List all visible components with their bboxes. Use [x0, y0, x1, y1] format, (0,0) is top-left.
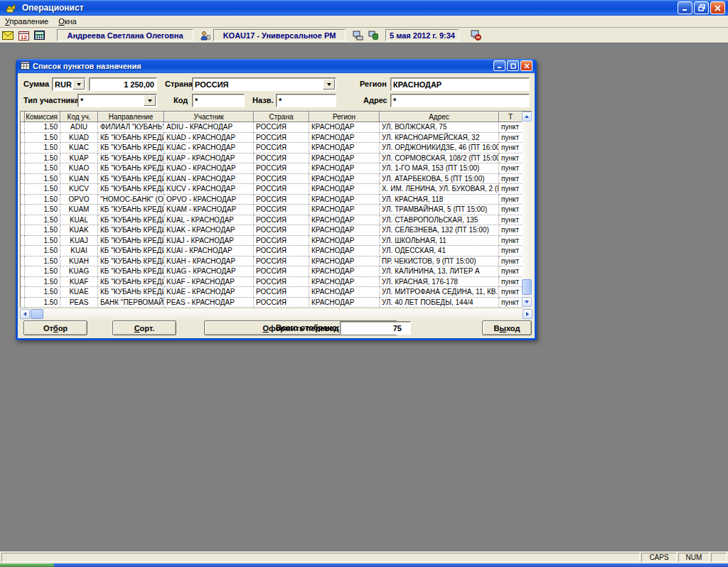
address-filter-input[interactable]: * — [390, 94, 530, 107]
participant-type-select[interactable]: * — [77, 94, 157, 107]
taskbar[interactable] — [0, 563, 728, 567]
table-cell: 1.50 — [25, 205, 60, 215]
table-cell: KUAJ - КРАСНОДАР — [164, 236, 254, 247]
table-cell: УЛ. МИТРОФАНА СЕДИНА, 11, КВ. 36 (В — [380, 287, 499, 298]
menu-management[interactable]: Управление — [0, 16, 53, 26]
table-row[interactable]: 1.50KUAJКБ "КУБАНЬ КРЕДИKUAJ - КРАСНОДАР… — [21, 236, 532, 247]
app-icon — [4, 2, 17, 14]
dialog-client-area: Сумма RUR 1 250,00 Страна РОССИЯ Регион … — [18, 73, 535, 338]
num-indicator: NUM — [678, 553, 710, 562]
table-row[interactable]: 1.50KUADКБ "КУБАНЬ КРЕДИKUAD - КРАСНОДАР… — [21, 133, 532, 144]
status-end-pane — [711, 553, 727, 562]
table-row[interactable]: 1.50KUAOКБ "КУБАНЬ КРЕДИKUAO - КРАСНОДАР… — [21, 163, 532, 174]
table-cell: КБ "КУБАНЬ КРЕДИ — [98, 174, 164, 185]
table-row[interactable]: 1.50PEASБАНК "ПЕРВОМАЙСPEAS - КРАСНОДАРР… — [21, 298, 532, 308]
table-row[interactable]: 1.50OPVO"НОМОС-БАНК" (ОАОOPVO - КРАСНОДА… — [21, 195, 532, 205]
table-cell: KUAO - КРАСНОДАР — [164, 163, 254, 174]
calculator-icon[interactable] — [33, 30, 46, 41]
table-row[interactable]: 1.50KUALКБ "КУБАНЬ КРЕДИKUAL - КРАСНОДАР… — [21, 215, 532, 226]
restore-button[interactable] — [694, 1, 709, 14]
window-titlebar[interactable]: Операционист — [0, 0, 728, 16]
session-icon[interactable] — [351, 30, 364, 41]
code-input[interactable]: * — [192, 94, 245, 107]
table-row[interactable]: 1.50KUAHКБ "КУБАНЬ КРЕДИKUAH - КРАСНОДАР… — [21, 256, 532, 267]
total-selected-label: Всего отобрано: — [276, 323, 339, 332]
currency-select[interactable]: RUR — [52, 77, 86, 91]
table-cell: KUAK — [60, 225, 98, 236]
dialog-minimize-button[interactable] — [493, 60, 505, 71]
menu-windows[interactable]: Окна — [53, 16, 82, 26]
name-label: Назв. — [252, 96, 273, 104]
dialog-close-button[interactable] — [520, 60, 532, 71]
vertical-scrollbar[interactable] — [522, 112, 532, 307]
table-cell: KUAP - КРАСНОДАР — [164, 153, 254, 164]
column-header[interactable]: Регион — [309, 112, 380, 122]
table-cell: РОССИЯ — [254, 163, 309, 174]
table-cell: УЛ. КРАСНОАРМЕЙСКАЯ, 32 — [380, 133, 499, 144]
scroll-left-icon[interactable] — [20, 309, 30, 319]
table-row[interactable]: 1.50KUAMКБ "КУБАНЬ КРЕДИKUAM - КРАСНОДАР… — [21, 205, 532, 215]
table-cell: КРАСНОДАР — [309, 143, 380, 153]
table-row[interactable]: 1.50KUAPКБ "КУБАНЬ КРЕДИKUAP - КРАСНОДАР… — [21, 153, 532, 164]
table-cell: KUAG - КРАСНОДАР — [164, 266, 254, 277]
table-cell: КБ "КУБАНЬ КРЕДИ — [98, 256, 164, 267]
country-select[interactable]: РОССИЯ — [192, 77, 336, 91]
horizontal-scrollbar[interactable] — [20, 309, 532, 319]
table-cell: КРАСНОДАР — [309, 163, 380, 174]
chevron-down-icon[interactable] — [73, 79, 85, 90]
table-row[interactable]: 1.50KUACКБ "КУБАНЬ КРЕДИKUAC - КРАСНОДАР… — [21, 143, 532, 153]
exit-button[interactable]: Выход — [482, 320, 532, 335]
table-row[interactable]: 1.50KUAEКБ "КУБАНЬ КРЕДИKUAE - КРАСНОДАР… — [21, 287, 532, 298]
table-cell: KUAJ — [60, 236, 98, 247]
column-header[interactable]: Страна — [254, 112, 309, 122]
column-header[interactable]: Комиссия — [25, 112, 60, 122]
column-header[interactable]: Т — [499, 112, 522, 122]
table-row[interactable]: 1.50KUCVКБ "КУБАНЬ КРЕДИKUCV - КРАСНОДАР… — [21, 184, 532, 195]
table-cell: KUAC - КРАСНОДАР — [164, 143, 254, 153]
table-row[interactable]: 1.50KUAKКБ "КУБАНЬ КРЕДИKUAK - КРАСНОДАР… — [21, 225, 532, 236]
column-header[interactable]: Участник — [164, 112, 254, 122]
dialog-maximize-button[interactable] — [507, 60, 519, 71]
column-header[interactable]: Направление — [98, 112, 164, 122]
table-cell: БАНК "ПЕРВОМАЙС — [98, 298, 164, 308]
table-cell: пункт — [499, 195, 522, 205]
vertical-scroll-thumb[interactable] — [522, 279, 532, 295]
mail-icon[interactable] — [1, 30, 14, 41]
column-header[interactable]: Код уч. — [60, 112, 98, 122]
minimize-button[interactable] — [678, 1, 692, 14]
chevron-down-icon[interactable] — [323, 79, 335, 90]
scroll-right-icon[interactable] — [523, 309, 532, 319]
table-row[interactable]: 1.50KUAIКБ "КУБАНЬ КРЕДИKUAI - КРАСНОДАР… — [21, 246, 532, 256]
name-input[interactable]: * — [276, 94, 336, 107]
calendar-icon[interactable]: 12 — [17, 30, 30, 41]
exit-icon[interactable] — [469, 30, 482, 41]
amount-input[interactable]: 1 250,00 — [89, 77, 157, 91]
database-icon[interactable] — [367, 30, 380, 41]
table-row[interactable]: 1.50ADIUФИЛИАЛ "КУБАНЬ"ADIU - КРАСНОДАРР… — [21, 122, 532, 133]
table-cell: пункт — [499, 143, 522, 153]
select-button[interactable]: Отбор — [23, 320, 87, 335]
chevron-down-icon[interactable] — [144, 95, 156, 106]
table-row[interactable]: 1.50KUAGКБ "КУБАНЬ КРЕДИKUAG - КРАСНОДАР… — [21, 266, 532, 277]
table-cell: КРАСНОДАР — [309, 215, 380, 226]
table-cell: KUAN - КРАСНОДАР — [164, 174, 254, 185]
horizontal-scroll-thumb[interactable] — [31, 309, 43, 319]
close-button[interactable] — [710, 1, 725, 14]
region-input[interactable]: КРАСНОДАР — [390, 77, 530, 91]
column-header[interactable]: Адрес — [380, 112, 499, 122]
table-cell: KUAO — [60, 163, 98, 174]
table-cell: KUAE - КРАСНОДАР — [164, 287, 254, 298]
workstation-field: KOAU17 - Универсальное РМ — [213, 29, 346, 41]
scroll-up-icon[interactable] — [522, 112, 532, 122]
sort-button[interactable]: Сорт. — [112, 320, 176, 335]
table-row[interactable]: 1.50KUAFКБ "КУБАНЬ КРЕДИKUAF - КРАСНОДАР… — [21, 277, 532, 288]
start-button[interactable] — [0, 563, 54, 567]
table-cell: КБ "КУБАНЬ КРЕДИ — [98, 277, 164, 288]
operator-icon[interactable] — [199, 30, 212, 41]
destinations-table: КомиссияКод уч.НаправлениеУчастникСтрана… — [20, 111, 532, 308]
scroll-down-icon[interactable] — [522, 297, 532, 307]
dialog-titlebar[interactable]: Список пунктов назначения — [18, 59, 535, 73]
table-row[interactable]: 1.50KUANКБ "КУБАНЬ КРЕДИKUAN - КРАСНОДАР… — [21, 174, 532, 185]
dialog-title: Список пунктов назначения — [33, 62, 141, 70]
table-cell: пункт — [499, 266, 522, 277]
